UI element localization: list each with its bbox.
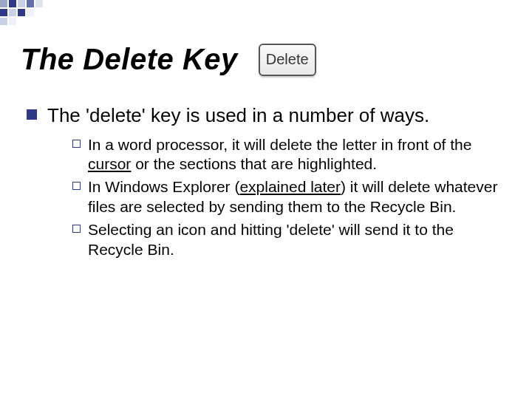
corner-decoration bbox=[0, 0, 103, 27]
sub-item-text: Selecting an icon and hitting 'delete' w… bbox=[88, 220, 505, 260]
content-area: The 'delete' key is used in a number of … bbox=[27, 103, 505, 263]
svg-rect-4 bbox=[35, 0, 43, 7]
square-bullet-icon bbox=[27, 109, 37, 120]
list-item: Selecting an icon and hitting 'delete' w… bbox=[72, 220, 505, 260]
sub-list: In a word processor, it will delete the … bbox=[72, 135, 505, 260]
underlined-term: explained later bbox=[239, 178, 341, 195]
svg-rect-8 bbox=[27, 9, 34, 16]
hollow-square-bullet-icon bbox=[72, 182, 81, 190]
svg-rect-3 bbox=[27, 0, 34, 7]
svg-rect-6 bbox=[9, 9, 16, 16]
keycap-label: Delete bbox=[266, 51, 309, 68]
svg-rect-1 bbox=[9, 0, 16, 7]
list-item: In Windows Explorer (explained later) it… bbox=[72, 177, 505, 217]
svg-rect-0 bbox=[0, 0, 7, 7]
sub-item-text: In a word processor, it will delete the … bbox=[88, 135, 505, 175]
slide-title: The Delete Key bbox=[21, 43, 238, 76]
svg-rect-7 bbox=[18, 9, 25, 16]
sub-item-text: In Windows Explorer (explained later) it… bbox=[88, 177, 505, 217]
svg-rect-9 bbox=[0, 18, 7, 25]
title-row: The Delete Key Delete bbox=[21, 43, 316, 76]
svg-rect-2 bbox=[18, 0, 25, 7]
underlined-term: cursor bbox=[88, 155, 131, 172]
svg-rect-5 bbox=[0, 9, 7, 16]
intro-text: The 'delete' key is used in a number of … bbox=[47, 103, 429, 128]
list-item: The 'delete' key is used in a number of … bbox=[27, 103, 505, 128]
hollow-square-bullet-icon bbox=[72, 140, 81, 148]
delete-keycap-icon: Delete bbox=[259, 44, 316, 76]
svg-rect-10 bbox=[9, 18, 16, 25]
hollow-square-bullet-icon bbox=[72, 225, 81, 233]
list-item: In a word processor, it will delete the … bbox=[72, 135, 505, 175]
